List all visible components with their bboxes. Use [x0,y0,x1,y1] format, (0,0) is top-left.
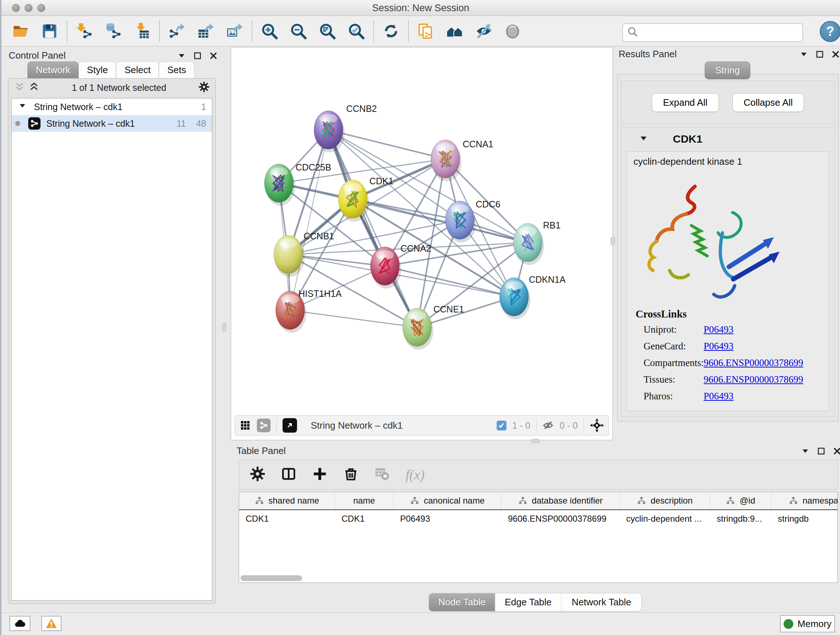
crosslink-link[interactable]: P06493 [704,391,734,402]
network-node-CDK1[interactable]: CDK1 [338,176,393,222]
network-node-HIST1H1A[interactable]: HIST1H1A [276,288,342,333]
search-field[interactable] [622,23,803,42]
zoom-fit-button[interactable] [318,22,336,40]
bottom-splitter-handle[interactable] [531,439,540,443]
network-node-CCNB1[interactable]: CCNB1 [274,231,334,277]
tab-network-table[interactable]: Network Table [561,593,641,611]
column-header-database-identifier[interactable]: database identifier [501,492,620,509]
home-button[interactable] [446,22,464,40]
control-panel-menu-icon[interactable] [177,51,186,60]
network-node-CCNA2[interactable]: CCNA2 [370,243,431,288]
collapse-triangle-icon[interactable] [639,134,648,144]
export-image-button[interactable] [226,22,244,40]
expand-all-button[interactable]: Expand All [652,93,719,112]
tab-sets[interactable]: Sets [159,62,194,79]
gear-icon[interactable] [199,81,210,94]
collapse-all-button[interactable]: Collapse All [733,93,804,112]
zoom-in-button[interactable] [261,22,279,40]
zoom-selected-button[interactable] [347,22,365,40]
network-collection-row[interactable]: String Network – cdk1 1 [11,98,212,115]
crosslink-link[interactable]: 9606.ENSP00000378699 [704,374,803,385]
results-panel-float-icon[interactable] [815,50,824,59]
import-network-database-button[interactable] [104,22,122,40]
network-edge[interactable] [328,130,417,327]
tab-string[interactable]: String [705,62,750,79]
crosslink-link[interactable]: P06493 [704,324,734,335]
warning-button[interactable] [41,616,62,631]
network-node-CDKN1A[interactable]: CDKN1A [500,274,566,319]
delete-button[interactable] [343,466,358,483]
open-session-button[interactable] [11,22,30,40]
column-header-name[interactable]: name [335,492,393,509]
tab-style[interactable]: Style [79,62,116,79]
network-edge[interactable] [385,266,514,297]
network-edge[interactable] [290,130,328,310]
network-node-CDC6[interactable]: CDC6 [445,199,500,242]
add-column-button[interactable] [312,466,327,483]
table-panel-menu-icon[interactable] [801,447,810,455]
column-header--id[interactable]: @id [710,492,771,509]
table-cell[interactable]: CDK1 [239,511,335,527]
column-header-shared-name[interactable]: shared name [239,492,335,509]
export-table-button[interactable] [197,22,215,40]
birds-eye-grid-icon[interactable] [240,420,251,431]
crosslink-link[interactable]: 9606.ENSP00000378699 [704,357,803,369]
table-cell[interactable]: stringdb:9... [710,511,771,527]
network-edge[interactable] [290,266,385,310]
column-header-namespace[interactable]: namespace [771,492,838,509]
results-panel-close-icon[interactable] [831,50,840,59]
tab-edge-table[interactable]: Edge Table [495,593,561,611]
table-panel-close-icon[interactable] [833,447,840,455]
network-canvas[interactable]: CCNB2 CCNA1 CDC25B CDK1 CDC6 RB1 CCNB1 [231,48,613,440]
left-splitter-handle[interactable] [222,323,226,332]
table-cell[interactable]: 9606.ENSP00000378699 [501,511,620,527]
export-network-button[interactable] [168,22,186,40]
search-input[interactable] [638,24,802,41]
control-panel-float-icon[interactable] [193,51,202,60]
collapse-triangle-icon[interactable] [18,101,27,112]
cloud-button[interactable] [9,616,30,631]
right-splitter-handle[interactable] [611,237,615,245]
collapse-all-icon[interactable] [14,81,25,94]
hidden-eye-icon[interactable] [542,420,554,431]
hide-panel-button[interactable] [475,22,493,40]
column-header-description[interactable]: description [620,492,710,509]
memory-button[interactable]: Memory [780,615,835,632]
zoom-out-button[interactable] [289,22,308,40]
gene-entry-header[interactable]: CDK1 [622,127,834,150]
network-node-CDC25B[interactable]: CDC25B [264,162,332,206]
control-panel-close-icon[interactable] [209,51,218,60]
refresh-button[interactable] [382,22,400,40]
open-in-window-icon[interactable] [283,418,297,432]
string-import-button[interactable] [417,22,435,40]
table-cell[interactable]: P06493 [393,511,501,527]
table-cell[interactable]: cyclin-dependent ... [620,511,710,527]
tab-select[interactable]: Select [116,62,159,79]
show-columns-button[interactable] [281,466,296,483]
pan-crosshair-icon[interactable] [590,418,604,432]
help-button[interactable]: ? [820,21,840,42]
horizontal-scrollbar[interactable] [240,575,302,581]
results-panel-menu-icon[interactable] [799,50,808,59]
column-header-canonical-name[interactable]: canonical name [393,492,501,509]
expand-all-icon[interactable] [28,81,39,94]
gear-button[interactable] [250,466,265,483]
eye-disabled-button[interactable] [504,22,522,40]
tab-node-table[interactable]: Node Table [429,593,495,611]
network-node-RB1[interactable]: RB1 [513,220,561,265]
selected-nodes-checkbox[interactable] [497,421,507,431]
tab-network[interactable]: Network [27,62,79,79]
table-panel-float-icon[interactable] [817,447,826,455]
network-edge[interactable] [290,310,417,327]
save-session-button[interactable] [41,22,58,40]
network-row[interactable]: String Network – cdk1 11 48 [11,115,212,132]
delete-table-button[interactable] [374,466,390,483]
import-table-file-button[interactable] [133,22,151,40]
table-cell[interactable]: CDK1 [335,511,393,527]
table-cell[interactable]: stringdb [771,511,838,527]
function-builder-button[interactable]: f(x) [406,467,425,483]
network-node-CCNE1[interactable]: CCNE1 [403,304,464,350]
table-row[interactable]: CDK1CDK1P064939606.ENSP00000378699cyclin… [239,511,838,527]
crosslink-link[interactable]: P06493 [704,340,734,352]
network-edge[interactable] [328,130,445,159]
